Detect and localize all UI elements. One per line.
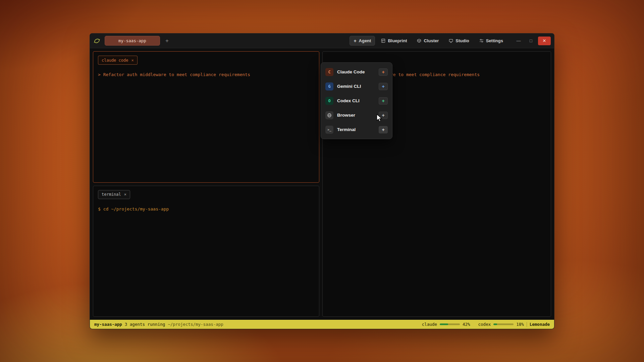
codex-meter-label: codex — [478, 322, 491, 327]
terminal-pane-tab-label: terminal — [102, 192, 121, 197]
add-claude-code-button[interactable]: + — [379, 68, 388, 76]
cluster-button-label: Cluster — [424, 38, 439, 43]
agent-menu-item-gemini-cli[interactable]: G Gemini CLI + — [323, 79, 390, 94]
settings-button-label: Settings — [486, 38, 503, 43]
claude-code-pane[interactable]: claude code × > Refactor auth middleware… — [93, 51, 319, 183]
agent-menu-item-label: Gemini CLI — [337, 84, 375, 89]
agent-menu-item-label: Claude Code — [337, 69, 375, 74]
add-gemini-cli-button[interactable]: + — [379, 83, 388, 90]
maximize-button[interactable]: □ — [526, 37, 536, 45]
cluster-icon — [417, 39, 421, 43]
cluster-button[interactable]: Cluster — [413, 36, 443, 46]
status-bar: my-saas-app 3 agents running ~/projects/… — [90, 320, 554, 329]
codex-usage-percent: 18% — [516, 322, 524, 327]
status-project-name: my-saas-app — [94, 322, 122, 327]
add-terminal-button[interactable]: + — [379, 126, 388, 133]
claude-pane-tab[interactable]: claude code × — [98, 56, 138, 65]
desktop: my-saas-app + + Agent Blueprint — [0, 0, 644, 362]
status-bar-right: claude 42% codex 18% Lemonade — [422, 322, 550, 327]
terminal-pane-tab[interactable]: terminal × — [98, 190, 130, 199]
titlebar: my-saas-app + + Agent Blueprint — [90, 34, 554, 48]
app-brand-label: Lemonade — [530, 322, 550, 327]
close-button[interactable]: ✕ — [538, 37, 551, 45]
claude-code-badge-icon: C — [325, 68, 333, 76]
studio-button-label: Studio — [455, 38, 469, 43]
agent-button[interactable]: + Agent — [350, 36, 375, 46]
blueprint-icon — [381, 39, 385, 43]
workspace-tab[interactable]: my-saas-app — [105, 36, 160, 46]
claude-usage-meter — [440, 323, 460, 325]
codex-usage-meter — [493, 323, 514, 325]
terminal-command-line: $ cd ~/projects/my-saas-app — [98, 206, 314, 212]
minimize-button[interactable]: — — [513, 37, 524, 45]
agent-menu-item-label: Codex CLI — [337, 98, 375, 103]
agent-menu-item-label: Terminal — [337, 127, 375, 132]
agent-menu-item-terminal[interactable]: >_ Terminal + — [323, 122, 390, 137]
claude-prompt-line: > Refactor auth middleware to meet compl… — [98, 72, 314, 77]
claude-meter-label: claude — [422, 322, 437, 327]
plus-icon: + — [354, 39, 356, 43]
titlebar-nav: + Agent Blueprint — [350, 36, 551, 46]
agent-menu-item-label: Browser — [337, 113, 375, 118]
close-pane-icon[interactable]: × — [124, 192, 126, 197]
agent-button-label: Agent — [359, 38, 371, 43]
new-tab-button[interactable]: + — [163, 38, 171, 44]
blueprint-button[interactable]: Blueprint — [377, 36, 411, 46]
codex-cli-badge-icon: O — [325, 97, 333, 105]
claude-usage-meter-fill — [440, 323, 448, 325]
agent-menu-item-codex-cli[interactable]: O Codex CLI + — [323, 94, 390, 108]
studio-button[interactable]: Studio — [445, 36, 473, 46]
status-project-path: ~/projects/my-saas-app — [168, 322, 223, 327]
claude-usage-percent: 42% — [463, 322, 470, 327]
add-codex-cli-button[interactable]: + — [379, 97, 388, 105]
agent-menu-item-browser[interactable]: Browser + — [323, 108, 390, 122]
terminal-badge-icon: >_ — [325, 126, 333, 134]
lemon-logo-icon — [93, 37, 101, 45]
status-divider — [527, 322, 527, 327]
claude-pane-tab-label: claude code — [102, 58, 128, 63]
settings-button[interactable]: Settings — [475, 36, 507, 46]
blueprint-button-label: Blueprint — [388, 38, 407, 43]
agent-menu-item-claude-code[interactable]: C Claude Code + — [323, 65, 390, 79]
window-controls: — □ ✕ — [513, 37, 551, 45]
status-agents-running: 3 agents running — [125, 322, 165, 327]
add-browser-button[interactable]: + — [379, 112, 388, 119]
app-window: my-saas-app + + Agent Blueprint — [90, 33, 554, 329]
terminal-pane[interactable]: terminal × $ cd ~/projects/my-saas-app — [93, 186, 319, 317]
settings-icon — [479, 39, 484, 43]
codex-usage-meter-fill — [493, 323, 497, 325]
agent-dropdown-menu: C Claude Code + G Gemini CLI + O Codex C… — [321, 62, 392, 139]
pane-grid: claude code × > Refactor auth middleware… — [90, 48, 554, 320]
globe-icon — [325, 111, 333, 119]
gemini-cli-badge-icon: G — [325, 82, 333, 90]
studio-icon — [449, 39, 453, 43]
close-pane-icon[interactable]: × — [131, 58, 133, 63]
